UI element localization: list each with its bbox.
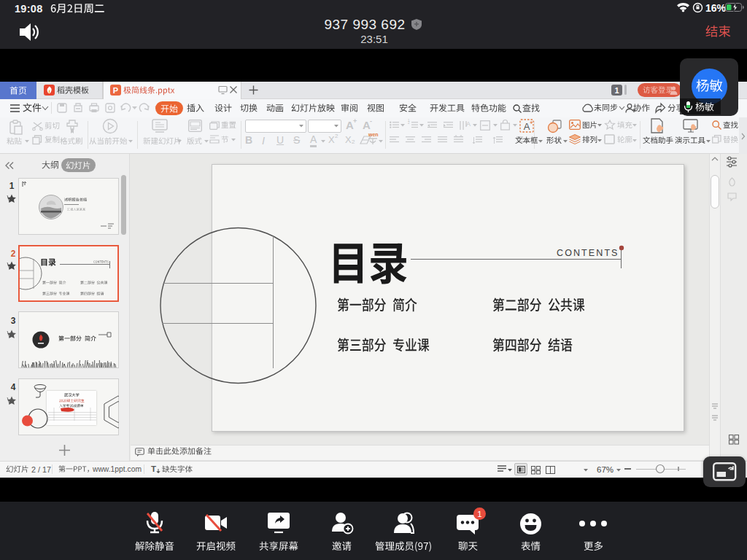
svg-text:A: A — [524, 121, 530, 132]
svg-text:A: A — [466, 120, 471, 128]
svg-text:P: P — [113, 86, 118, 95]
